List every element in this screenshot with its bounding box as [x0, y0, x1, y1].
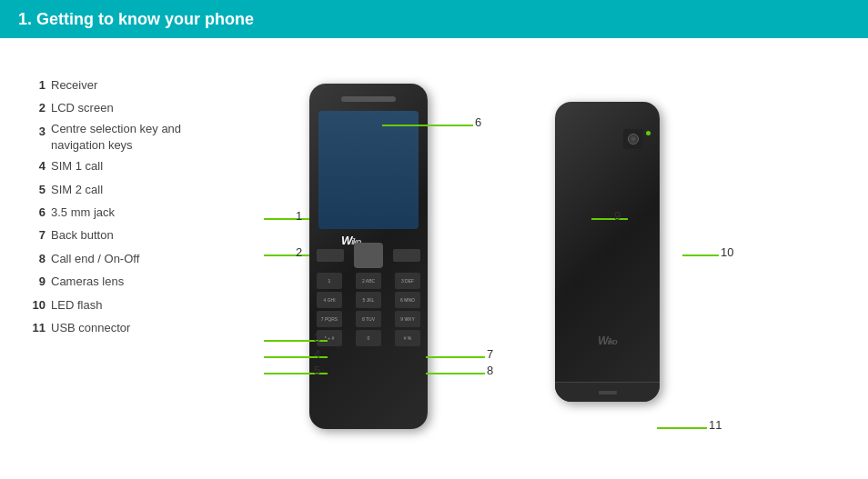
list-item: 5 SIM 2 call: [27, 179, 237, 200]
keypad: 1 2 ABC 3 DEF 4 GHI 5 JKL 6 MNO 7 PQRS 8…: [317, 243, 420, 415]
usb-strip: [555, 382, 660, 402]
page-title: 1. Getting to know your phone: [18, 10, 254, 29]
list-item: 7 Back button: [27, 225, 237, 245]
list-item: 1 Receiver: [27, 75, 237, 95]
main-content: 1 Receiver 2 LCD screen 3 Centre selecti…: [0, 38, 868, 479]
list-item: 2 LCD screen: [27, 97, 237, 118]
list-item: 8 Call end / On-Off: [27, 248, 237, 269]
list-item: 4 SIM 1 call: [27, 155, 237, 176]
phone-back-image: Wiko: [555, 102, 660, 402]
phone-front-image: Wiko 1 2 ABC 3 DEF: [309, 84, 428, 429]
speaker: [341, 96, 396, 102]
wiko-logo-back: Wiko: [598, 334, 616, 347]
camera-lens: [623, 129, 643, 149]
list-item: 3 Centre selection key and navigation ke…: [27, 121, 237, 154]
legend-list: 1 Receiver 2 LCD screen 3 Centre selecti…: [27, 56, 237, 461]
list-item: 11 USB connector: [27, 317, 237, 338]
page-header: 1. Getting to know your phone: [0, 0, 868, 38]
list-item: 9 Cameras lens: [27, 271, 237, 292]
phones-diagram: Wiko 1 2 ABC 3 DEF: [237, 56, 841, 461]
led-flash: [646, 131, 651, 135]
list-item: 10 LED flash: [27, 294, 237, 315]
lcd-screen: [318, 111, 419, 229]
list-item: 6 3.5 mm jack: [27, 202, 237, 223]
